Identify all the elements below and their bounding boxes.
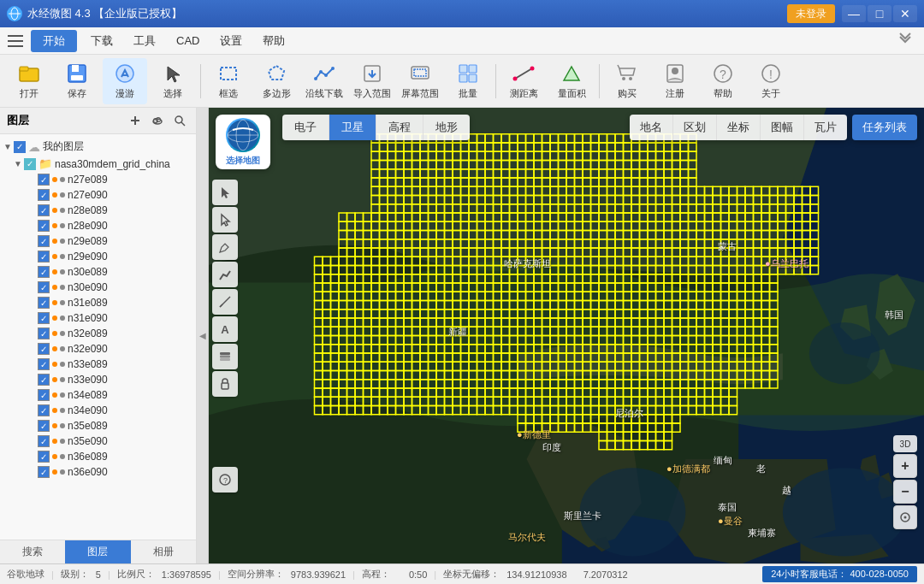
menu-item-cad[interactable]: CAD [166, 31, 210, 50]
maximize-button[interactable]: □ [868, 5, 891, 22]
login-button[interactable]: 未登录 [787, 4, 835, 23]
overlay-mapframe[interactable]: 图幅 [761, 115, 804, 140]
menu-toggle-button[interactable] [3, 29, 27, 53]
register-button[interactable]: 注册 [653, 58, 697, 104]
layer-item[interactable]: ✓ n34e089 [0, 387, 196, 403]
layer-check[interactable]: ✓ [38, 297, 50, 309]
tree-root-check[interactable]: ✓ [14, 141, 26, 153]
measure-dist-button[interactable]: 测距离 [501, 58, 546, 104]
buy-button[interactable]: 购买 [605, 58, 649, 104]
layer-item[interactable]: ✓ n35e090 [0, 434, 196, 449]
layer-check[interactable]: ✓ [38, 266, 50, 278]
layer-item[interactable]: ✓ n29e089 [0, 233, 196, 249]
import-range-button[interactable]: 导入范围 [350, 58, 394, 104]
layer-check[interactable]: ✓ [38, 204, 50, 216]
zoom-in-button[interactable]: + [893, 454, 917, 478]
map-type-elevation[interactable]: 高程 [376, 115, 424, 140]
layer-check[interactable]: ✓ [38, 189, 50, 201]
overlay-divisions[interactable]: 区划 [673, 115, 717, 140]
sidebar-cloud-icon[interactable] [148, 111, 167, 130]
layer-item[interactable]: ✓ n31e089 [0, 295, 196, 310]
tree-folder-check[interactable]: ✓ [24, 158, 36, 170]
map-tool-line[interactable] [212, 262, 238, 287]
tree-root[interactable]: ▼ ✓ ☁ 我的图层 [0, 138, 196, 156]
menu-item-settings[interactable]: 设置 [210, 30, 252, 52]
minimize-button[interactable]: — [842, 5, 866, 22]
zoom-out-button[interactable]: − [893, 480, 917, 504]
layer-check[interactable]: ✓ [38, 343, 50, 355]
rect-select-button[interactable]: 框选 [206, 58, 251, 104]
tab-album[interactable]: 相册 [131, 540, 196, 563]
layer-item[interactable]: ✓ n33e089 [0, 357, 196, 372]
layer-check[interactable]: ✓ [38, 404, 50, 416]
overlay-coords[interactable]: 坐标 [717, 115, 761, 140]
save-button[interactable]: 保存 [55, 58, 99, 104]
layer-check[interactable]: ✓ [38, 174, 50, 186]
about-button[interactable]: ! 关于 [749, 58, 793, 104]
close-button[interactable]: ✕ [893, 5, 917, 22]
layer-check[interactable]: ✓ [38, 451, 50, 463]
map-type-electronic[interactable]: 电子 [282, 115, 329, 140]
sidebar-add-icon[interactable] [126, 111, 145, 130]
sidebar-search-icon[interactable] [170, 111, 189, 130]
menu-item-start[interactable]: 开始 [31, 30, 77, 52]
tab-layers[interactable]: 图层 [65, 540, 130, 563]
tree-folder[interactable]: ▼ ✓ 📁 nasa30mdem_grid_china [0, 156, 196, 172]
tab-search[interactable]: 搜索 [0, 540, 65, 563]
map-tool-lock[interactable] [212, 371, 238, 397]
layer-item[interactable]: ✓ n30e089 [0, 264, 196, 280]
zoom-reset-button[interactable] [893, 505, 917, 529]
layer-check[interactable]: ✓ [38, 420, 50, 432]
layer-item[interactable]: ✓ n36e090 [0, 464, 196, 480]
select-button[interactable]: 选择 [151, 58, 195, 104]
map-type-satellite[interactable]: 卫星 [329, 115, 376, 140]
layer-check[interactable]: ✓ [38, 220, 50, 232]
layer-check[interactable]: ✓ [38, 312, 50, 324]
zoom-3d[interactable]: 3D [893, 435, 917, 452]
layer-item[interactable]: ✓ n29e090 [0, 249, 196, 264]
menu-item-help[interactable]: 帮助 [252, 30, 295, 52]
polygon-button[interactable]: 多边形 [254, 58, 299, 104]
map-tool-select[interactable] [212, 180, 238, 205]
help-button[interactable]: ? 帮助 [701, 58, 745, 104]
polyline-dl-button[interactable]: 沿线下载 [302, 58, 346, 104]
map-tool-help[interactable]: ? [212, 467, 238, 493]
layer-check[interactable]: ✓ [38, 327, 50, 339]
layer-check[interactable]: ✓ [38, 251, 50, 263]
tasks-button[interactable]: 任务列表 [852, 115, 917, 140]
menu-item-download[interactable]: 下载 [80, 30, 123, 52]
map-tool-measure[interactable] [212, 289, 238, 315]
layer-item[interactable]: ✓ n31e090 [0, 310, 196, 326]
sidebar-collapse-handle[interactable]: ◀ [197, 108, 209, 563]
overlay-placenames[interactable]: 地名 [630, 115, 673, 140]
measure-area-button[interactable]: 量面积 [549, 58, 594, 104]
layer-check[interactable]: ✓ [38, 235, 50, 247]
layer-item[interactable]: ✓ n27e089 [0, 172, 196, 187]
map-tool-draw[interactable] [212, 234, 238, 260]
batch-button[interactable]: 批量 [446, 58, 490, 104]
layer-item[interactable]: ✓ n35e089 [0, 418, 196, 434]
overlay-tiles[interactable]: 瓦片 [804, 115, 847, 140]
browse-button[interactable]: 漫游 [103, 58, 147, 104]
open-button[interactable]: 打开 [7, 58, 51, 104]
layer-item[interactable]: ✓ n28e090 [0, 218, 196, 233]
layer-item[interactable]: ✓ n27e090 [0, 187, 196, 203]
layer-check[interactable]: ✓ [38, 466, 50, 478]
map-tool-text[interactable]: A [212, 316, 238, 342]
map-tool-layers[interactable] [212, 344, 238, 369]
layer-item[interactable]: ✓ n32e089 [0, 326, 196, 341]
layer-check[interactable]: ✓ [38, 435, 50, 447]
layer-item[interactable]: ✓ n28e089 [0, 203, 196, 218]
layer-check[interactable]: ✓ [38, 374, 50, 386]
map-type-terrain[interactable]: 地形 [424, 115, 470, 140]
collapse-icon[interactable] [897, 31, 914, 48]
layer-item[interactable]: ✓ n30e090 [0, 280, 196, 295]
layer-item[interactable]: ✓ n32e090 [0, 341, 196, 357]
layer-item[interactable]: ✓ n34e090 [0, 403, 196, 418]
map-tool-arrow[interactable] [212, 207, 238, 233]
layer-item[interactable]: ✓ n36e089 [0, 449, 196, 464]
layer-check[interactable]: ✓ [38, 358, 50, 370]
map-logo[interactable]: 选择地图 [216, 115, 270, 169]
menu-item-tools[interactable]: 工具 [123, 30, 166, 52]
layer-check[interactable]: ✓ [38, 281, 50, 293]
